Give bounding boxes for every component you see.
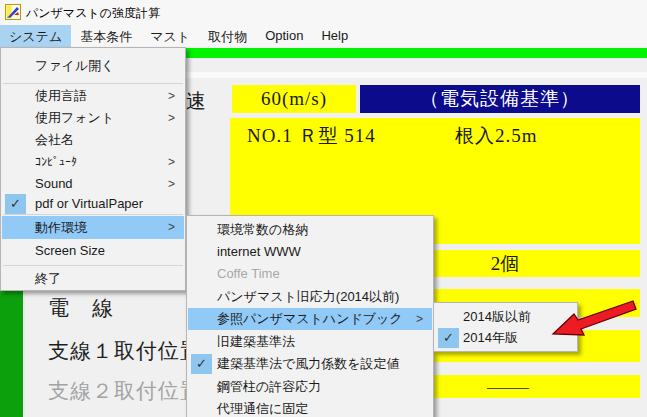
menu-item-sound[interactable]: Sound > [2, 173, 184, 195]
menu-item-screen-size[interactable]: Screen Size [2, 240, 184, 262]
menu-item-operating-environment[interactable]: 動作環境 > [2, 216, 184, 239]
environment-submenu: 環境常数の格納 internet WWW Coffe Time パンザマスト旧応… [186, 215, 434, 417]
checkmark-icon: ✓ [191, 354, 212, 374]
count-text: 2個 [470, 251, 540, 277]
window-title: パンザマストの強度計算 [26, 5, 160, 22]
handbook-submenu: 2014版以前 ✓ 2014年版 [433, 302, 578, 352]
menu-separator [3, 83, 183, 84]
mast-spec-text: NO.1 Ｒ型 514 [247, 123, 376, 149]
menu-item-reference-handbook[interactable]: 参照パンザマストハンドブック > [188, 308, 432, 330]
standard-cell: （電気設備基準） [360, 85, 640, 113]
submenu-arrow-icon: > [168, 216, 175, 239]
embed-depth-text: 根入2.5m [455, 123, 538, 149]
menu-separator [3, 265, 183, 266]
menu-item-old-stress-pre2014[interactable]: パンザマスト旧応力(2014以前) [188, 286, 432, 308]
menu-item-coffe-time: Coffe Time [188, 263, 432, 285]
row-label-stay1: 支線１取付位置 [48, 337, 202, 365]
submenu-arrow-icon: > [168, 107, 175, 129]
menu-item-language[interactable]: 使用言語 > [2, 85, 184, 107]
checkmark-icon: ✓ [5, 194, 26, 214]
system-menu: ファイル開く 使用言語 > 使用フォント > 会社名 ｺﾝﾋﾟｭｰﾀ > Sou… [0, 47, 186, 291]
menu-item-store-env-constants[interactable]: 環境常数の格納 [188, 219, 432, 241]
checkmark-icon: ✓ [438, 328, 459, 348]
menu-item-pdf-virtualpaper[interactable]: ✓ pdf or VirtualPaper [2, 193, 184, 215]
dash-value-2: ――― [487, 379, 529, 395]
submenu-arrow-icon: > [168, 151, 175, 173]
row-label-stay2: 支線２取付位置 [48, 377, 202, 405]
menubar-item-mast[interactable]: マスト [141, 25, 199, 47]
submenu-arrow-icon: > [168, 173, 175, 195]
menubar-item-attachments[interactable]: 取付物 [199, 25, 256, 47]
submenu-arrow-icon: > [416, 308, 423, 330]
menu-item-fixed-proxy-comm[interactable]: 代理通信に固定 [188, 398, 432, 417]
title-bar: パンザマストの強度計算 [0, 0, 647, 25]
menubar-item-option[interactable]: Option [256, 25, 312, 47]
menubar-item-system[interactable]: システム [0, 25, 71, 47]
menu-separator [3, 214, 183, 215]
menubar-item-basic-conditions[interactable]: 基本条件 [71, 25, 141, 47]
menu-item-font[interactable]: 使用フォント > [2, 107, 184, 129]
wind-speed-value-cell: 60(m/s) [232, 85, 356, 113]
menu-item-wind-coefficient-setting[interactable]: ✓ 建築基準法で風力係数を設定値 [188, 353, 432, 375]
menubar-item-help[interactable]: Help [312, 25, 357, 47]
menu-item-computer[interactable]: ｺﾝﾋﾟｭｰﾀ > [2, 151, 184, 173]
menu-item-old-building-code[interactable]: 旧建築基準法 [188, 331, 432, 353]
submenu-arrow-icon: > [168, 85, 175, 107]
menu-bar: システム 基本条件 マスト 取付物 Option Help [0, 25, 647, 47]
menu-item-exit[interactable]: 終了 [2, 268, 184, 290]
row-label-wire: 電 線 [48, 294, 114, 322]
app-icon [5, 4, 21, 20]
menu-item-2014-and-earlier[interactable]: 2014版以前 [435, 306, 576, 327]
menu-item-company-name[interactable]: 会社名 [2, 129, 184, 151]
menu-item-2014-edition[interactable]: ✓ 2014年版 [435, 327, 576, 348]
menu-item-internet-www[interactable]: internet WWW [188, 241, 432, 263]
panel-divider [186, 72, 647, 78]
menu-item-open-file[interactable]: ファイル開く [2, 52, 184, 80]
menu-item-steel-pipe-allowable-stress[interactable]: 鋼管柱の許容応力 [188, 376, 432, 398]
